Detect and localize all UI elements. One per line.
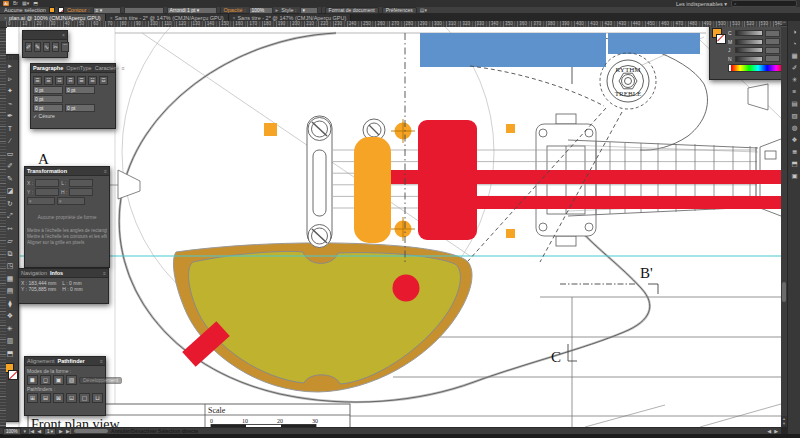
document-tab-active[interactable]: × plan.ai @ 100% (CMJN/Aperçu GPU) [0, 14, 106, 21]
join-mini-icon[interactable]: ⌒ [61, 42, 69, 52]
align-button-3[interactable]: ☴ [66, 76, 75, 85]
artboard-number-field[interactable]: 1 ▾ [44, 428, 56, 435]
channel-value-field[interactable] [765, 30, 780, 37]
first-line-indent-field[interactable]: 0 pt [33, 95, 63, 103]
path-eraser-mini-icon[interactable]: ✂ [52, 42, 59, 52]
tab-pathfinder[interactable]: Pathfinder [58, 358, 85, 364]
panel-menu-icon[interactable]: ≡ [104, 168, 107, 174]
search-input[interactable]: ⌕ [731, 0, 797, 7]
close-icon[interactable]: × [62, 32, 65, 38]
expand-button[interactable]: Développement [79, 377, 122, 384]
outline-icon[interactable]: ▢ [79, 393, 90, 403]
stroke-panel-icon[interactable]: ≡ [789, 86, 800, 98]
tab-infos[interactable]: Infos [50, 270, 63, 276]
zoom-dropdown-icon[interactable]: ▾ [24, 428, 27, 434]
channel-slider[interactable] [735, 47, 763, 53]
document-setup-button[interactable]: Format de document [325, 7, 379, 14]
brush-definition-field[interactable]: Arrondi 1 pt ▾ [167, 7, 217, 14]
document-tab[interactable]: × Sans titre - 2* @ 147% (CMJN/Aperçu GP… [106, 14, 229, 21]
orange-target-top[interactable] [391, 119, 415, 143]
preferences-button[interactable]: Préférences [382, 7, 417, 14]
color-fill-stroke[interactable] [712, 28, 725, 44]
y-field[interactable] [35, 188, 59, 196]
hyphenate-checkbox[interactable]: ✓ Césure [33, 113, 113, 119]
zoom-level-field[interactable]: 100% [3, 428, 21, 435]
channel-slider[interactable] [735, 30, 763, 36]
horizontal-scrollbar-thumb[interactable] [74, 429, 108, 433]
minus-front-icon[interactable]: ◻ [40, 375, 51, 385]
stroke-link[interactable]: Contour : [67, 7, 90, 13]
gradient-panel-icon[interactable]: ▤ [789, 98, 800, 110]
crop-icon[interactable]: ⊡ [66, 393, 77, 403]
symbols-panel-icon[interactable]: ✳ [789, 74, 800, 86]
variable-width-field[interactable] [124, 7, 164, 14]
minus-back-icon[interactable]: ⊔ [92, 393, 103, 403]
artboards-panel-icon[interactable]: ⬒ [789, 158, 800, 170]
x-field[interactable] [35, 179, 59, 187]
screen-mode-icon[interactable]: ⬒ [33, 1, 38, 6]
color-panel-icon[interactable]: ◑ [789, 26, 800, 38]
space-after-field[interactable]: 0 pt [65, 104, 95, 112]
tab-opentype[interactable]: OpenType [66, 65, 91, 71]
stroke-weight-field[interactable]: ≡ ▾ [93, 7, 121, 14]
blue-overlay-rect[interactable] [420, 33, 606, 67]
align-button-5[interactable]: ☱ [88, 76, 97, 85]
intersect-icon[interactable]: ▣ [53, 375, 64, 385]
vertical-ruler[interactable] [0, 27, 6, 427]
orange-square-marker[interactable] [264, 123, 277, 136]
channel-value-field[interactable] [765, 38, 780, 45]
channel-value-field[interactable] [765, 47, 780, 54]
orange-pickup[interactable] [354, 137, 391, 243]
mini-tools-header[interactable]: × [23, 31, 67, 40]
pencil-mini-icon[interactable]: ✎ [34, 42, 41, 52]
style-dropdown[interactable]: ▾ [300, 7, 318, 14]
chevron-right-icon[interactable]: ▸ [276, 7, 279, 13]
scrollbar-thumb[interactable] [782, 282, 786, 302]
blue-overlay-rect-2[interactable] [608, 33, 700, 54]
appearance-panel-icon[interactable]: ◍ [789, 122, 800, 134]
tab-caractere[interactable]: Caractère [95, 65, 119, 71]
smooth-mini-icon[interactable]: ∿ [43, 42, 50, 52]
panel-menu-icon[interactable]: ≡ [100, 358, 103, 364]
indent-left-field[interactable]: 0 pt [33, 86, 63, 94]
align-button-2[interactable]: ☲ [55, 76, 64, 85]
next-artboard-icon[interactable]: ▶ [59, 428, 63, 434]
trim-icon[interactable]: ⊟ [40, 393, 51, 403]
scroll-right-icon[interactable]: ▶ [774, 428, 778, 434]
panel-options-icon[interactable]: ▤▾ [420, 8, 427, 13]
red-pickup[interactable] [418, 120, 477, 240]
unite-icon[interactable]: ◼ [27, 375, 38, 385]
last-artboard-icon[interactable]: ▶| [66, 428, 71, 434]
indent-right-field[interactable]: 0 pt [65, 86, 95, 94]
orange-target-bottom[interactable] [391, 217, 415, 241]
tab-alignement[interactable]: Alignement [27, 358, 55, 364]
first-artboard-icon[interactable]: |◀ [29, 428, 34, 434]
merge-icon[interactable]: ⊠ [53, 393, 64, 403]
arrange-documents-icon[interactable]: ▦▾ [22, 1, 29, 6]
h-field[interactable] [69, 188, 93, 196]
space-before-field[interactable]: 0 pt [33, 104, 63, 112]
align-button-1[interactable]: ☱ [44, 76, 53, 85]
w-field[interactable] [69, 179, 93, 187]
layers-panel-icon[interactable]: ≣ [789, 146, 800, 158]
red-dot[interactable] [393, 275, 420, 302]
graphic-styles-panel-icon[interactable]: ❖ [789, 134, 800, 146]
color-guide-panel-icon[interactable]: ◔ [789, 38, 800, 50]
panel-menu-icon[interactable]: ≡ [122, 65, 125, 71]
horizontal-ruler[interactable]: 0102030405060708090100110120130140150160… [6, 21, 781, 27]
toolbar-stroke-swatch[interactable] [8, 370, 18, 380]
prev-artboard-icon[interactable]: ◀ [37, 428, 41, 434]
scroll-left-icon[interactable]: ◀ [767, 428, 771, 434]
color-stroke-swatch[interactable] [716, 34, 726, 44]
workspace-switcher[interactable]: Les indispensables ▾ [676, 1, 727, 7]
divide-icon[interactable]: ⊞ [27, 393, 38, 403]
orange-square-small-top[interactable] [506, 124, 515, 133]
close-tab-icon[interactable]: × [110, 15, 113, 21]
stroke-color-swatch[interactable] [58, 7, 64, 13]
shear-field[interactable]: ▾ [57, 197, 85, 205]
pixel-grid-option[interactable]: Aligner sur la grille en pixels [27, 240, 107, 246]
opacity-field[interactable]: 100% [249, 7, 273, 14]
align-button-4[interactable]: ☰ [77, 76, 86, 85]
orange-square-small-bottom[interactable] [506, 229, 515, 238]
transparency-panel-icon[interactable]: ▨ [789, 110, 800, 122]
